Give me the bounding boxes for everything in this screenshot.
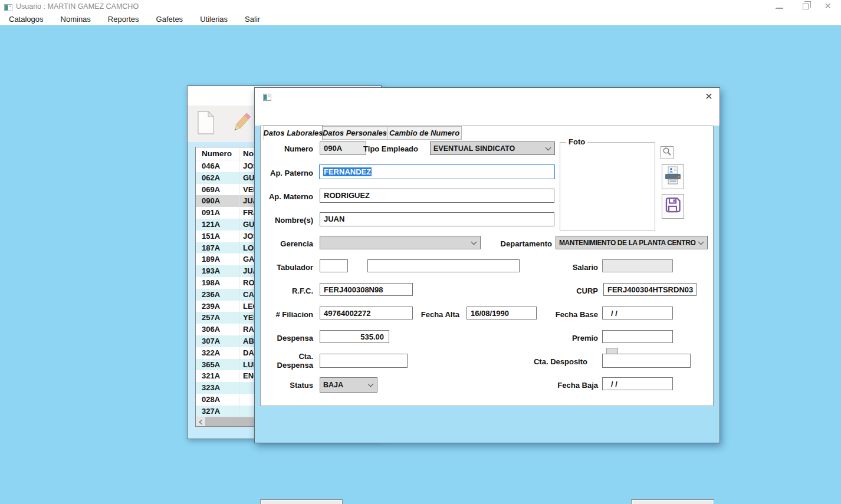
- dialog-window-icon: [263, 93, 271, 103]
- dialog-close-icon[interactable]: ×: [705, 89, 712, 103]
- cell-numero[interactable]: 236A: [196, 289, 239, 301]
- departamento-select[interactable]: MANTENIMIENTO DE LA PLANTA CENTRO: [556, 236, 708, 249]
- foto-groupbox: Foto: [560, 142, 655, 230]
- label-fecha-alta: Fecha Alta: [408, 310, 459, 319]
- print-badge-button[interactable]: [662, 164, 684, 189]
- chevron-down-icon: [546, 144, 551, 150]
- close-icon[interactable]: ×: [824, 0, 831, 12]
- tabulador-clave-field[interactable]: [320, 259, 348, 272]
- label-gerencia: Gerencia: [248, 239, 313, 248]
- cell-numero[interactable]: 322A: [196, 347, 239, 359]
- salir-button[interactable]: ! Salir: [631, 499, 714, 504]
- label-departamento: Departamento: [487, 239, 552, 248]
- menu-item-reportes[interactable]: Reportes: [104, 15, 143, 24]
- cell-numero[interactable]: 327A: [196, 406, 239, 417]
- tipo-empleado-select[interactable]: EVENTUAL SINDICATO: [430, 141, 555, 155]
- cell-numero[interactable]: 062A: [196, 172, 239, 184]
- desktop: Usuario : MARTIN GAMEZ CAMCHO × Catalogo…: [0, 0, 841, 504]
- cell-numero[interactable]: 198A: [196, 277, 239, 289]
- app-window-icon: [4, 3, 12, 14]
- ap-paterno-field[interactable]: FERNANDEZ: [319, 164, 555, 179]
- edit-record-button[interactable]: [228, 108, 255, 140]
- cell-numero[interactable]: 069A: [196, 184, 239, 196]
- cell-numero[interactable]: 257A: [196, 312, 239, 324]
- rfc-field[interactable]: FERJ400308N98: [320, 283, 413, 296]
- nombres-field[interactable]: JUAN: [320, 212, 554, 226]
- gerencia-select[interactable]: [320, 236, 481, 249]
- label-nombres: Nombre(s): [248, 216, 313, 225]
- menu-item-nominas[interactable]: Nominas: [57, 15, 95, 24]
- fecha-base-field[interactable]: / /: [602, 307, 673, 319]
- minimize-icon[interactable]: [776, 8, 783, 9]
- scroll-left-arrow-icon[interactable]: [196, 417, 205, 426]
- save-photo-button[interactable]: [662, 194, 684, 219]
- edit-pencil-icon: [229, 110, 253, 138]
- window-title: Usuario : MARTIN GAMEZ CAMCHO: [16, 2, 139, 11]
- label-premio: Premio: [533, 334, 598, 342]
- new-document-icon: [196, 110, 216, 137]
- cell-numero[interactable]: 028A: [196, 394, 239, 406]
- label-tipo-empleado: Tipo Empleado: [353, 144, 418, 153]
- save-floppy-icon: [664, 196, 682, 216]
- tab-datos-laborales[interactable]: Datos Laborales: [264, 125, 323, 140]
- column-header-numero[interactable]: Numero: [196, 147, 239, 160]
- label-tabulador: Tabulador: [248, 263, 313, 272]
- cell-numero[interactable]: 239A: [196, 301, 239, 312]
- cell-numero[interactable]: 121A: [196, 219, 239, 230]
- label-fecha-baja: Fecha Baja: [533, 381, 598, 390]
- chevron-down-icon: [698, 239, 704, 245]
- cell-numero[interactable]: 046A: [196, 160, 239, 172]
- cell-numero[interactable]: 189A: [196, 253, 239, 265]
- label-cta-despensa: Cta. Despensa: [271, 352, 313, 370]
- despensa-field[interactable]: 535.00: [320, 330, 389, 343]
- tabulador-desc-field[interactable]: [367, 259, 520, 272]
- cell-numero[interactable]: 193A: [196, 265, 239, 277]
- menu-item-gafetes[interactable]: Gafetes: [152, 15, 188, 24]
- salario-field[interactable]: [602, 259, 673, 272]
- status-select[interactable]: BAJA: [320, 377, 377, 393]
- restore-icon[interactable]: [803, 4, 809, 9]
- chevron-down-icon: [471, 239, 477, 245]
- printer-icon: [664, 166, 682, 187]
- cta-despensa-field[interactable]: [320, 354, 408, 368]
- tab-datos-personales[interactable]: Datos Personales: [323, 126, 387, 140]
- label-ap-materno: Ap. Materno: [248, 192, 313, 201]
- cell-numero[interactable]: 321A: [196, 370, 239, 382]
- foto-label: Foto: [566, 137, 587, 146]
- tab-cambio-de-numero[interactable]: Cambio de Numero: [387, 126, 462, 140]
- dialog-titlebar: ×: [255, 88, 720, 126]
- fecha-baja-field[interactable]: / /: [602, 377, 673, 390]
- cell-numero[interactable]: 323A: [196, 382, 239, 394]
- selected-text: FERNANDEZ: [323, 167, 372, 176]
- label-curp: CURP: [533, 286, 598, 295]
- label-fecha-base: Fecha Base: [533, 310, 598, 319]
- label-status: Status: [248, 381, 313, 390]
- fecha-alta-field[interactable]: 16/08/1990: [467, 307, 537, 319]
- ap-materno-field[interactable]: RODRIGUEZ: [320, 189, 554, 203]
- cell-numero[interactable]: 090A: [196, 195, 239, 207]
- premio-field[interactable]: [602, 330, 673, 343]
- cell-numero[interactable]: 306A: [196, 324, 239, 335]
- menu-item-utilerias[interactable]: Utilerias: [196, 15, 232, 24]
- label-filiacion: # Filiacion: [248, 310, 313, 319]
- new-record-button[interactable]: [192, 108, 219, 140]
- main-window-chrome: Usuario : MARTIN GAMEZ CAMCHO × Catalogo…: [0, 0, 841, 25]
- main-titlebar: Usuario : MARTIN GAMEZ CAMCHO ×: [0, 0, 841, 13]
- search-icon: [662, 147, 672, 159]
- guardar-button[interactable]: Guardar: [260, 499, 343, 504]
- cell-numero[interactable]: 307A: [196, 335, 239, 347]
- label-despensa: Despensa: [248, 334, 313, 342]
- filiacion-field[interactable]: 49764002272: [320, 307, 413, 319]
- label-rfc: R.F.C.: [248, 286, 313, 295]
- search-photo-button[interactable]: [661, 146, 674, 159]
- cell-numero[interactable]: 091A: [196, 207, 239, 219]
- curp-field[interactable]: FERJ400304HTSRDN03: [603, 283, 697, 296]
- cell-numero[interactable]: 187A: [196, 242, 239, 254]
- foto-photo-area: [560, 143, 655, 230]
- menu-item-catalogos[interactable]: Catalogos: [5, 15, 48, 24]
- chevron-down-icon: [368, 381, 374, 387]
- menu-item-salir[interactable]: Salir: [241, 15, 264, 24]
- cell-numero[interactable]: 365A: [196, 359, 239, 371]
- cell-numero[interactable]: 151A: [196, 230, 239, 242]
- cta-desposito-field[interactable]: [602, 354, 691, 368]
